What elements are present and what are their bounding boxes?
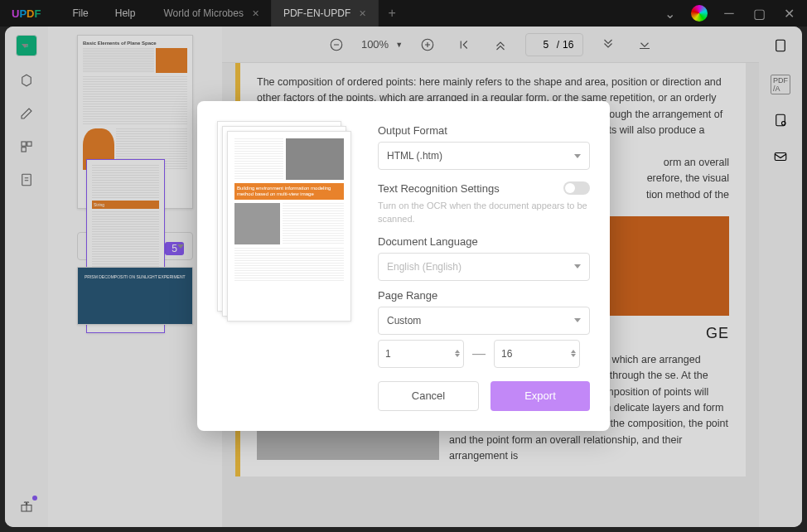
range-to-input[interactable]: 16 bbox=[494, 340, 580, 368]
export-dialog: Building environment information modelin… bbox=[197, 101, 610, 431]
ocr-toggle[interactable] bbox=[563, 181, 590, 195]
ocr-hint: Turn on the OCR when the document appear… bbox=[378, 200, 590, 225]
range-dash: — bbox=[472, 346, 486, 361]
language-select[interactable]: English (English) bbox=[378, 253, 590, 281]
modal-overlay: Building environment information modelin… bbox=[0, 0, 807, 532]
language-label: Document Language bbox=[378, 235, 590, 248]
export-button[interactable]: Export bbox=[490, 381, 590, 411]
page-range-label: Page Range bbox=[378, 289, 590, 302]
output-format-select[interactable]: HTML (.htm) bbox=[378, 142, 590, 170]
cancel-button[interactable]: Cancel bbox=[378, 381, 479, 411]
page-range-select[interactable]: Custom bbox=[378, 307, 590, 335]
range-from-input[interactable]: 1 bbox=[378, 340, 464, 368]
dialog-preview: Building environment information modelin… bbox=[217, 121, 358, 411]
ocr-label: Text Recognition Settings bbox=[378, 182, 500, 195]
dialog-form: Output Format HTML (.htm) Text Recogniti… bbox=[378, 121, 590, 411]
output-format-label: Output Format bbox=[378, 124, 590, 137]
